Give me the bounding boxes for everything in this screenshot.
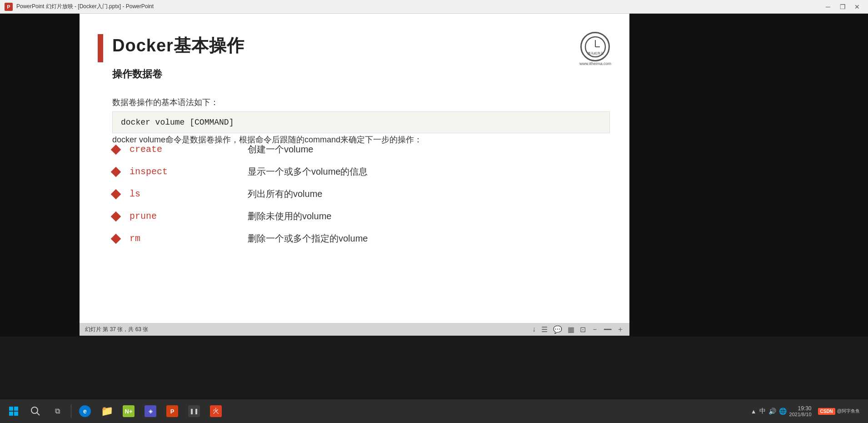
svg-text:黑马程序员: 黑马程序员 [587,52,603,55]
windows-icon [9,406,19,416]
csdn-user: @阿字鱼鱼 [837,408,860,414]
minimize-button[interactable]: ─ [822,2,834,12]
powerpoint-icon: P [166,405,178,417]
code-block: docker volume [COMMAND] [112,111,610,133]
cmd-desc-rm: 删除一个或多个指定的volume [248,232,368,245]
search-button[interactable] [25,401,45,421]
comments-icon: 💬 [553,325,562,334]
logo-circle: 黑马程序员 [580,32,610,61]
notepad-plus-icon: N+ [123,405,135,417]
notes-icon: ☰ [541,325,548,334]
cmd-name-create: create [130,144,202,155]
cmd-desc-inspect: 显示一个或多个volume的信息 [248,166,368,178]
cmd-item-ls: ls 列出所有的volume [112,188,567,200]
diamond-icon-ls [111,189,121,199]
svg-point-8 [31,407,38,413]
fit-icon: ⊡ [580,325,586,334]
desc-text-1: 数据卷操作的基本语法如下： [112,97,219,108]
csdn-badge: CSDN [818,408,835,415]
diamond-icon-inspect [111,166,121,177]
task-view-button[interactable]: ⧉ [47,401,67,421]
svg-rect-6 [9,412,13,416]
cmd-desc-ls: 列出所有的volume [248,188,322,200]
section-heading: 操作数据卷 [112,67,162,81]
notepad-plus-button[interactable]: N+ [119,401,139,421]
taskbar-separator-1 [71,404,71,418]
cmd-name-rm: rm [130,233,202,244]
task-view-icon: ⧉ [55,407,60,415]
tray-language[interactable]: 中 [759,407,766,415]
file-explorer-button[interactable]: 📁 [97,401,117,421]
app-icon: P [5,3,13,11]
taskbar: ⧉ e 📁 N+ ◈ P ❚❚ 火 ▲ 中 🔊 🌐 19:30 2021/8/1… [0,399,868,423]
command-list: create 创建一个volume inspect 显示一个或多个volume的… [112,143,567,255]
diamond-icon-create [111,144,121,155]
view-icon: ▦ [568,325,574,334]
cmd-name-ls: ls [130,189,202,199]
edge-icon: e [79,405,91,417]
right-panel [629,14,868,337]
powerpoint-button[interactable]: P [162,401,182,421]
cmd-desc-prune: 删除未使用的volume [248,210,331,222]
tray-volume[interactable]: 🔊 [768,408,776,415]
restore-button[interactable]: ❐ [836,2,849,12]
tray-date: 2021/8/10 [789,412,812,417]
svg-rect-5 [14,407,18,411]
app-icon-1: ◈ [145,405,156,417]
edge-button[interactable]: e [75,401,95,421]
download-icon: ↓ [532,325,536,333]
search-taskbar-icon [30,406,40,416]
cmd-item-inspect: inspect 显示一个或多个volume的信息 [112,166,567,178]
status-bar-right: ↓ ☰ 💬 ▦ ⊡ － ━━ ＋ [532,325,624,334]
logo-area: 黑马程序员 www.itheima.com [579,32,611,66]
logo-svg: 黑马程序员 [584,35,607,58]
cmd-name-prune: prune [130,211,202,222]
fire-app-icon: 火 [210,405,222,417]
svg-rect-4 [9,407,13,411]
system-tray: ▲ 中 🔊 🌐 19:30 2021/8/10 CSDN @阿字鱼鱼 [751,405,864,417]
slide-title: Docker基本操作 [112,34,244,57]
tray-clock: 19:30 2021/8/10 [789,405,812,417]
cmd-item-create: create 创建一个volume [112,143,567,156]
accent-bar [98,34,103,62]
cmd-desc-create: 创建一个volume [248,143,313,156]
slide-area: Docker基本操作 黑马程序员 www.itheima.com 操作数据卷 数… [80,14,629,323]
tray-up-arrow[interactable]: ▲ [751,408,757,415]
zoom-icon: － [591,325,599,334]
title-bar: P PowerPoint 幻灯片放映 - [Docker入门.pptx] - P… [0,0,868,14]
app-button-1[interactable]: ◈ [140,401,160,421]
fire-app-button[interactable]: 火 [206,401,226,421]
cmd-item-prune: prune 删除未使用的volume [112,210,567,222]
close-button[interactable]: ✕ [851,2,863,12]
left-panel [0,14,80,337]
csdn-area: CSDN @阿字鱼鱼 [818,408,860,415]
file-explorer-icon: 📁 [101,405,113,417]
tray-time: 19:30 [798,405,811,412]
start-button[interactable] [4,401,24,421]
window-controls: ─ ❐ ✕ [822,2,863,12]
svg-line-9 [37,413,40,415]
svg-rect-7 [14,412,18,416]
zoom-in-icon: ＋ [617,325,624,334]
tray-network[interactable]: 🌐 [779,408,787,415]
logo-url: www.itheima.com [579,61,611,66]
app-button-2[interactable]: ❚❚ [184,401,204,421]
status-bar: 幻灯片 第 37 张，共 63 张 ↓ ☰ 💬 ▦ ⊡ － ━━ ＋ [80,323,629,336]
app-icon-2: ❚❚ [188,405,200,417]
diamond-icon-rm [111,233,121,244]
slide-info: 幻灯片 第 37 张，共 63 张 [85,326,148,333]
cmd-item-rm: rm 删除一个或多个指定的volume [112,232,567,245]
code-text: docker volume [COMMAND] [121,118,234,127]
diamond-icon-prune [111,211,121,222]
window-title: PowerPoint 幻灯片放映 - [Docker入门.pptx] - Pow… [16,3,822,10]
zoom-level: ━━ [604,326,611,333]
cmd-name-inspect: inspect [130,166,202,177]
